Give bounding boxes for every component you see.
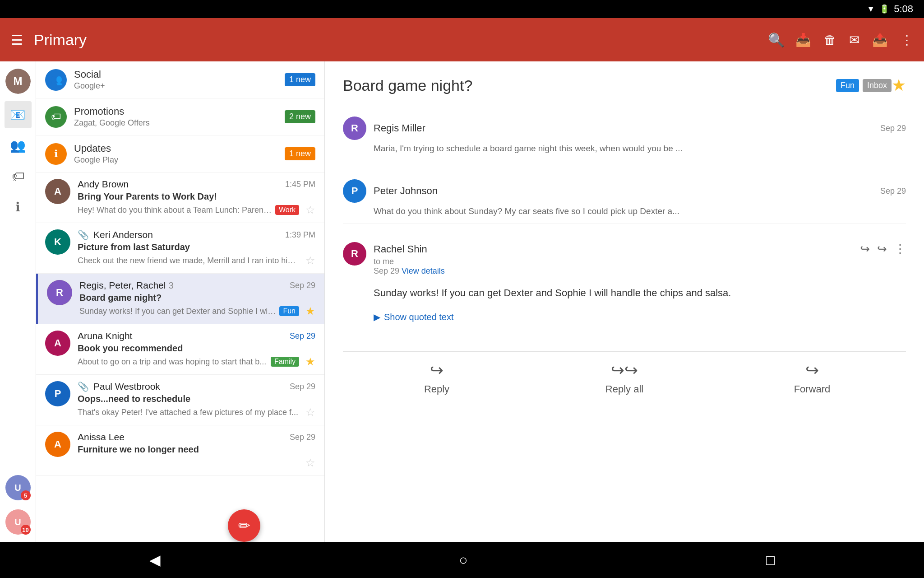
archive-icon[interactable]: 📥 (795, 33, 811, 47)
regis-tag: Fun (279, 306, 299, 316)
avatar-badge-5: 5 (21, 490, 31, 500)
detail-star[interactable]: ★ (892, 76, 906, 95)
updates-name: Updates (74, 143, 285, 154)
regis-msg-name: Regis Miller (374, 122, 425, 134)
bottom-nav: ◀ ○ □ (0, 542, 924, 578)
social-text: Social Google+ (74, 69, 285, 91)
move-icon[interactable]: 📤 (872, 33, 888, 47)
user-avatar-5[interactable]: U 5 (5, 475, 31, 500)
keri-header: 📎 Keri Anderson 1:39 PM (78, 229, 315, 240)
rachel-reply-icon[interactable]: ↩ (860, 242, 870, 256)
promotions-sub: Zagat, Google Offers (74, 118, 285, 128)
keri-preview: Check out the new friend we made, Merril… (78, 256, 299, 266)
anissa-sender: Anissa Lee (78, 432, 125, 443)
updates-badge: 1 new (285, 147, 315, 160)
delete-icon[interactable]: 🗑 (824, 33, 836, 47)
fun-badge: Fun (836, 79, 859, 92)
paul-preview: That's okay Peter! I've attached a few p… (78, 408, 299, 417)
view-details-link[interactable]: View details (402, 266, 445, 275)
andy-time: 1:45 PM (285, 180, 315, 189)
anissa-content: Anissa Lee Sep 29 Furniture we no longer… (78, 432, 315, 469)
forward-label: Forward (794, 383, 831, 395)
promotions-icon: 🏷 (51, 111, 61, 123)
keri-content: 📎 Keri Anderson 1:39 PM Picture from las… (78, 229, 315, 267)
user-avatar-10[interactable]: U 10 (5, 509, 31, 535)
forward-icon: ↪ (805, 361, 819, 380)
paul-attachment-icon: 📎 (78, 381, 89, 392)
rachel-forward-icon[interactable]: ↪ (877, 242, 887, 256)
toolbar-icons: 📥 🗑 ✉ 📤 ⋮ (795, 33, 913, 47)
social-icon-wrap: 👥 (45, 69, 67, 91)
paul-star: ☆ (305, 406, 315, 419)
paul-subject: Oops...need to reschedule (78, 394, 315, 404)
message-thread: R Regis Miller Sep 29 Maria, I'm trying … (343, 109, 906, 333)
people-nav-icon: 👥 (10, 138, 26, 153)
search-icon[interactable]: 🔍 (768, 32, 785, 48)
rachel-body: Sunday works! If you can get Dexter and … (343, 285, 906, 301)
keri-star: ☆ (305, 254, 315, 267)
rachel-action-icons: ↩ ↪ ⋮ (860, 242, 906, 256)
andy-subject: Bring Your Parents to Work Day! (78, 191, 315, 202)
status-time: 5:08 (894, 3, 913, 15)
user-avatar-main[interactable]: M (5, 69, 31, 94)
category-updates[interactable]: ℹ Updates Google Play 1 new (36, 135, 324, 172)
regis-content: Regis, Peter, Rachel 3 Sep 29 Board game… (79, 280, 315, 317)
regis-star: ★ (305, 305, 315, 317)
sidebar-item-people[interactable]: 👥 (5, 132, 32, 159)
mark-email-icon[interactable]: ✉ (849, 33, 859, 47)
main-layout: M 📧 👥 🏷 ℹ U 5 U 10 👥 (0, 61, 924, 542)
email-row-anissa[interactable]: A Anissa Lee Sep 29 Furniture we no long… (36, 425, 324, 476)
overview-button[interactable]: □ (766, 552, 775, 569)
back-button[interactable]: ◀ (149, 551, 161, 569)
sidebar-item-info[interactable]: ℹ (5, 193, 32, 220)
email-row-andy[interactable]: A Andy Brown 1:45 PM Bring Your Parents … (36, 172, 324, 223)
email-row-regis[interactable]: R Regis, Peter, Rachel 3 Sep 29 Board ga… (36, 274, 324, 324)
sidebar-item-inbox[interactable]: 📧 (5, 101, 32, 128)
sidebar-item-labels[interactable]: 🏷 (5, 163, 32, 190)
andy-star: ☆ (305, 204, 315, 216)
andy-content: Andy Brown 1:45 PM Bring Your Parents to… (78, 179, 315, 216)
show-quoted-wrap: ▶ Show quoted text (343, 312, 906, 322)
keri-avatar: K (45, 229, 70, 255)
labels-nav-icon: 🏷 (12, 169, 24, 184)
rachel-more-icon[interactable]: ⋮ (894, 242, 906, 256)
info-nav-icon: ℹ (15, 200, 20, 214)
reply-all-button[interactable]: ↩↩ Reply all (584, 361, 665, 395)
paul-time: Sep 29 (290, 382, 315, 392)
category-promotions[interactable]: 🏷 Promotions Zagat, Google Offers 2 new (36, 98, 324, 135)
updates-text: Updates Google Play (74, 143, 285, 165)
social-name: Social (74, 69, 285, 80)
rachel-msg-name: Rachel Shin (374, 243, 427, 255)
message-regis: R Regis Miller Sep 29 Maria, I'm trying … (343, 109, 906, 161)
inbox-nav-icon: 📧 (10, 107, 26, 122)
home-button[interactable]: ○ (459, 552, 467, 569)
expand-icon: ▶ (374, 312, 380, 322)
category-social[interactable]: 👥 Social Google+ 1 new (36, 61, 324, 98)
email-row-paul[interactable]: P 📎 Paul Westbrook Sep 29 Oops...need to… (36, 375, 324, 425)
show-quoted-btn[interactable]: ▶ Show quoted text (374, 312, 906, 322)
social-icon: 👥 (50, 74, 62, 86)
forward-button[interactable]: ↪ Forward (772, 361, 853, 395)
reply-button[interactable]: ↩ Reply (396, 361, 477, 395)
reply-icon: ↩ (430, 361, 444, 380)
more-options-icon[interactable]: ⋮ (901, 33, 913, 47)
reply-buttons: ↩ Reply ↩↩ Reply all ↪ Forward (343, 351, 906, 404)
email-row-keri[interactable]: K 📎 Keri Anderson 1:39 PM Picture from l… (36, 223, 324, 274)
compose-fab[interactable]: ✏ (228, 509, 260, 542)
peter-msg-avatar: P (343, 179, 366, 203)
aruna-preview: About to go on a trip and was hoping to … (78, 357, 267, 367)
avatar-badge-10: 10 (21, 525, 31, 535)
detail-title: Board game night? (343, 77, 829, 94)
keri-subject: Picture from last Saturday (78, 242, 315, 252)
app-bar: ☰ Primary 🔍 📥 🗑 ✉ 📤 ⋮ (0, 18, 924, 61)
aruna-avatar: A (45, 331, 70, 356)
wifi-icon: ▼ (867, 5, 875, 14)
menu-icon[interactable]: ☰ (11, 32, 23, 48)
left-sidebar: M 📧 👥 🏷 ℹ U 5 U 10 (0, 61, 36, 542)
social-badge: 1 new (285, 73, 315, 86)
paul-content: 📎 Paul Westbrook Sep 29 Oops...need to r… (78, 381, 315, 419)
rachel-date-detail: Sep 29 View details (374, 266, 906, 276)
message-peter: P Peter Johnson Sep 29 What do you think… (343, 172, 906, 224)
regis-preview: Sunday works! If you can get Dexter and … (79, 307, 276, 316)
email-row-aruna[interactable]: A Aruna Knight Sep 29 Book you recommend… (36, 324, 324, 375)
